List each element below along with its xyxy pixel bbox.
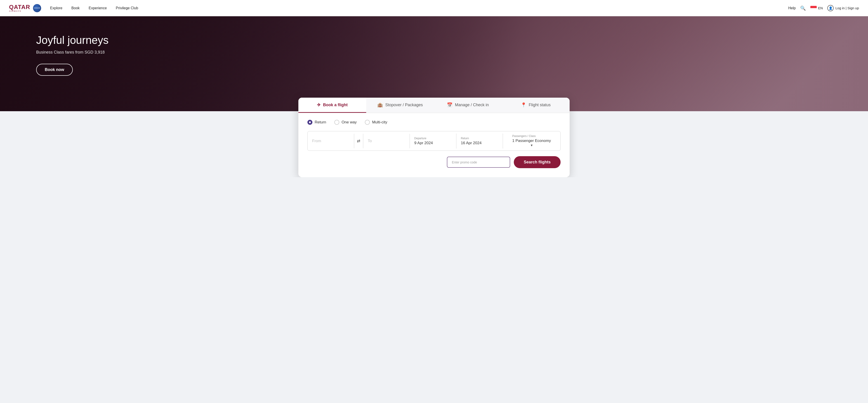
multicity-radio[interactable] <box>365 120 370 125</box>
multicity-label: Multi-city <box>372 120 387 125</box>
widget-tabs: ✈ Book a flight 🏨 Stopover / Packages 📅 … <box>298 98 569 113</box>
promo-code-input[interactable] <box>447 157 510 168</box>
search-icon[interactable]: 🔍 <box>800 5 806 11</box>
search-flights-button[interactable]: Search flights <box>514 156 561 168</box>
tab-book-flight[interactable]: ✈ Book a flight <box>298 98 366 113</box>
logo-area: QATAR AIRWAYS oneworld <box>9 4 41 12</box>
passengers-field[interactable]: Passengers / Class 1 Passenger Economy ▾ <box>503 131 560 151</box>
tab-manage[interactable]: 📅 Manage / Check in <box>434 98 502 113</box>
hero-content: Joyful journeys Business Class fares fro… <box>36 34 108 76</box>
departure-value: 9 Apr 2024 <box>414 141 452 145</box>
tab-manage-label: Manage / Check in <box>455 103 489 107</box>
auth-label: Log in | Sign up <box>835 6 859 10</box>
booking-widget: ✈ Book a flight 🏨 Stopover / Packages 📅 … <box>298 98 569 177</box>
return-field[interactable]: Return 16 Apr 2024 <box>456 133 503 149</box>
oneway-radio[interactable] <box>334 120 339 125</box>
calendar-icon: 📅 <box>447 102 453 107</box>
auth-button[interactable]: 👤 Log in | Sign up <box>827 5 859 11</box>
nav-links: Explore Book Experience Privilege Club <box>50 6 788 10</box>
bottom-row: Search flights <box>307 156 561 168</box>
hero-cta-button[interactable]: Book now <box>36 64 73 76</box>
nav-right: Help 🔍 EN 👤 Log in | Sign up <box>788 5 859 11</box>
to-field[interactable]: To <box>363 134 410 148</box>
nav-book[interactable]: Book <box>71 6 80 10</box>
oneworld-badge: oneworld <box>33 4 41 12</box>
trip-return-option[interactable]: Return <box>307 120 326 125</box>
hero-subtitle: Business Class fares from SGD 3,918 <box>36 50 108 55</box>
nav-explore[interactable]: Explore <box>50 6 62 10</box>
tab-stopover-label: Stopover / Packages <box>385 103 423 107</box>
nav-privilege[interactable]: Privilege Club <box>116 6 138 10</box>
hero-title: Joyful journeys <box>36 34 108 46</box>
return-value: 16 Apr 2024 <box>461 141 498 145</box>
from-field[interactable]: From <box>308 134 354 148</box>
chevron-down-icon: ▾ <box>531 143 532 147</box>
swap-button[interactable]: ⇄ <box>354 134 363 148</box>
hero-section: Joyful journeys Business Class fares fro… <box>0 16 868 111</box>
plane-icon: ✈ <box>317 102 321 107</box>
passengers-value: 1 Passenger Economy <box>512 138 551 143</box>
singapore-flag <box>810 6 817 10</box>
logo-sub-text: AIRWAYS <box>9 10 21 12</box>
trip-multicity-option[interactable]: Multi-city <box>365 120 387 125</box>
navbar: QATAR AIRWAYS oneworld Explore Book Expe… <box>0 0 868 16</box>
departure-label: Departure <box>414 137 452 140</box>
location-icon: 📍 <box>521 102 526 107</box>
language-code: EN <box>818 6 823 10</box>
qatar-logo: QATAR AIRWAYS <box>9 4 30 12</box>
passengers-info: Passengers / Class 1 Passenger Economy <box>512 134 551 143</box>
language-selector[interactable]: EN <box>810 6 823 10</box>
trip-oneway-option[interactable]: One way <box>334 120 357 125</box>
from-placeholder: From <box>312 139 349 143</box>
hotel-icon: 🏨 <box>377 102 383 107</box>
return-label: Return <box>461 137 498 140</box>
departure-field[interactable]: Departure 9 Apr 2024 <box>410 133 456 149</box>
user-icon: 👤 <box>827 5 834 11</box>
return-radio[interactable] <box>307 120 312 125</box>
tab-book-flight-label: Book a flight <box>323 103 348 107</box>
widget-body: Return One way Multi-city From ⇄ To <box>298 113 569 177</box>
hero-overlay <box>0 16 868 111</box>
widget-container: ✈ Book a flight 🏨 Stopover / Packages 📅 … <box>289 98 579 177</box>
logo-main-text: QATAR <box>9 4 30 10</box>
fields-row: From ⇄ To Departure 9 Apr 2024 Return 16… <box>307 131 561 151</box>
passengers-label: Passengers / Class <box>512 134 551 138</box>
trip-type-row: Return One way Multi-city <box>307 120 561 125</box>
return-label: Return <box>315 120 326 125</box>
nav-experience[interactable]: Experience <box>89 6 107 10</box>
tab-flight-status-label: Flight status <box>529 103 551 107</box>
to-placeholder: To <box>368 139 405 143</box>
tab-stopover[interactable]: 🏨 Stopover / Packages <box>366 98 434 113</box>
oneway-label: One way <box>342 120 357 125</box>
tab-flight-status[interactable]: 📍 Flight status <box>502 98 569 113</box>
nav-help-link[interactable]: Help <box>788 6 796 10</box>
